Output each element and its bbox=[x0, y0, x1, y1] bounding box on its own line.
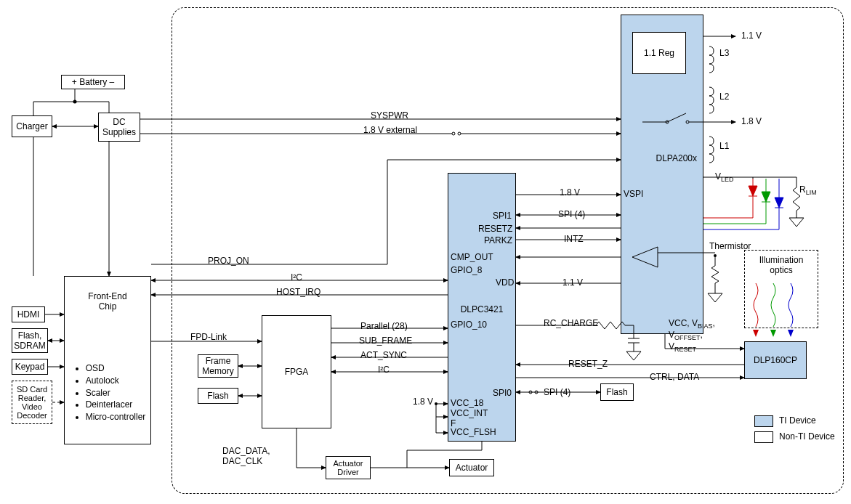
sig18v-label: 1.8 V bbox=[413, 397, 433, 407]
vspi-port: VSPI bbox=[624, 189, 643, 199]
legend-ti-label: TI Device bbox=[779, 415, 816, 426]
flash-sdram-block: Flash, SDRAM bbox=[12, 328, 48, 353]
dlp160-block: DLP160CP bbox=[744, 341, 807, 379]
legend-nonti-swatch bbox=[754, 431, 773, 443]
dc-supplies-block: DC Supplies bbox=[98, 113, 140, 142]
dlpa-label: DLPA200x bbox=[656, 153, 697, 163]
dac-label: DAC_DATA, DAC_CLK bbox=[222, 446, 270, 466]
hdmi-block: HDMI bbox=[12, 306, 45, 322]
gpio8-port: GPIO_8 bbox=[451, 265, 482, 275]
fpga-flash-label: Flash bbox=[207, 391, 228, 401]
subframe-label: SUB_FRAME bbox=[359, 336, 412, 346]
L2-label: L2 bbox=[719, 92, 729, 102]
L3-label: L3 bbox=[719, 48, 729, 58]
cmp-out-port: CMP_OUT bbox=[451, 252, 493, 262]
par28-label: Parallel (28) bbox=[360, 321, 408, 331]
sdcard-label: SD Card Reader, Video Decoder bbox=[17, 385, 47, 420]
battery-label: + Battery – bbox=[72, 77, 114, 87]
dlp160-label: DLP160CP bbox=[754, 355, 797, 365]
reg11-label: 1.1 Reg bbox=[644, 48, 674, 58]
illum-block: Illumination optics bbox=[744, 250, 818, 328]
intz-label: INTZ bbox=[564, 234, 584, 244]
front-end-title: Front-End Chip bbox=[88, 291, 126, 312]
legend-nonti-label: Non-TI Device bbox=[779, 431, 835, 442]
actuator-label: Actuator bbox=[456, 463, 488, 473]
reg11-block: 1.1 Reg bbox=[632, 32, 686, 74]
out11-label: 1.1 V bbox=[741, 31, 762, 41]
vcc-bias-label: VCC, VBIAS, bbox=[669, 318, 715, 330]
frame-memory-label: Frame Memory bbox=[202, 356, 233, 376]
parkz-port: PARKZ bbox=[484, 235, 512, 245]
rlim-label: RLIM bbox=[799, 184, 817, 196]
keypad-label: Keypad bbox=[15, 362, 45, 372]
vcc18-port: VCC_18 bbox=[451, 398, 483, 408]
dc-supplies-label: DC Supplies bbox=[102, 117, 136, 137]
charger-label: Charger bbox=[16, 121, 47, 131]
keypad-block: Keypad bbox=[12, 359, 48, 375]
actuator-driver-block: Actuator Driver bbox=[326, 456, 371, 479]
vdd-port: VDD bbox=[496, 277, 514, 288]
front-end-list: OSD Autolock Scaler Deinterlacer Micro-c… bbox=[70, 362, 146, 423]
fpdlink-label: FPD-Link bbox=[190, 332, 227, 342]
sdcard-block: SD Card Reader, Video Decoder bbox=[12, 381, 52, 424]
frame-memory-block: Frame Memory bbox=[198, 354, 238, 378]
flash-sdram-label: Flash, SDRAM bbox=[14, 330, 45, 351]
L1-label: L1 bbox=[719, 141, 729, 151]
actuator-driver-label: Actuator Driver bbox=[334, 459, 363, 476]
i2c2-label: I²C bbox=[378, 365, 390, 375]
act-sync-label: ACT_SYNC bbox=[360, 350, 407, 360]
spi-flash-label: Flash bbox=[606, 387, 627, 397]
i2c-label: I²C bbox=[291, 272, 302, 283]
front-end-block: Front-End Chip OSD Autolock Scaler Deint… bbox=[64, 276, 151, 444]
resetz-port: RESETZ bbox=[478, 224, 512, 234]
gpio10-port: GPIO_10 bbox=[451, 320, 487, 330]
vccint-port: VCC_INT F bbox=[451, 408, 488, 428]
spi-flash-block: Flash bbox=[600, 383, 634, 401]
charger-block: Charger bbox=[12, 115, 52, 137]
voffset-label: VOFFSET, bbox=[669, 330, 703, 341]
spi0-port: SPI0 bbox=[493, 388, 512, 398]
dlpc-label: DLPC3421 bbox=[461, 304, 504, 314]
ctrldata-label: CTRL, DATA bbox=[650, 372, 699, 382]
thermistor-label: Thermistor bbox=[709, 241, 751, 251]
spi4-label: SPI (4) bbox=[558, 209, 585, 219]
svg-point-0 bbox=[73, 100, 77, 104]
illum-label: Illumination optics bbox=[759, 255, 804, 275]
proj-on-label: PROJ_ON bbox=[208, 256, 249, 266]
hdmi-label: HDMI bbox=[17, 309, 40, 320]
hostirq-label: HOST_IRQ bbox=[276, 287, 320, 297]
spi1-port: SPI1 bbox=[493, 211, 512, 221]
out18-label: 1.8 V bbox=[741, 116, 762, 126]
spi04-label: SPI (4) bbox=[544, 387, 570, 397]
battery-block: + Battery – bbox=[61, 75, 125, 89]
rc-charge-label: RC_CHARGE bbox=[544, 318, 598, 328]
vccflsh-port: VCC_FLSH bbox=[451, 427, 496, 437]
vdd11-label: 1.1 V bbox=[562, 277, 583, 288]
fpga-label: FPGA bbox=[285, 367, 309, 377]
resetz2-label: RESET_Z bbox=[568, 359, 608, 369]
fpga-flash-block: Flash bbox=[198, 388, 238, 404]
actuator-block: Actuator bbox=[449, 459, 494, 476]
syspwr-label: SYSPWR bbox=[371, 110, 408, 121]
vled-label: VLED bbox=[715, 171, 734, 183]
fpga-block: FPGA bbox=[262, 315, 331, 428]
vspi18-label: 1.8 V bbox=[560, 187, 580, 198]
legend-ti-swatch bbox=[754, 415, 773, 427]
vreset-label: VRESET bbox=[669, 341, 696, 353]
ext18-label: 1.8 V external bbox=[363, 125, 417, 135]
